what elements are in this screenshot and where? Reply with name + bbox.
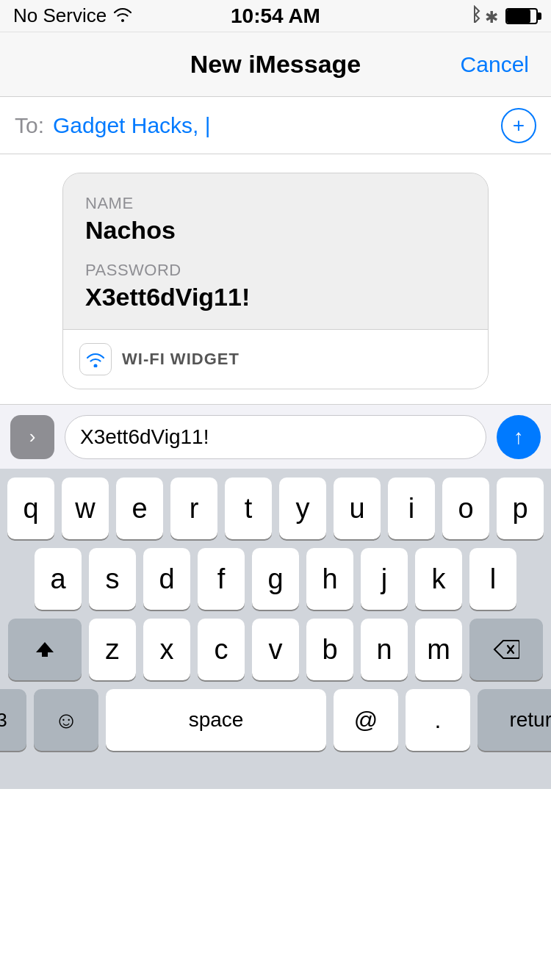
keyboard-row-2: a s d f g h j k l	[0, 548, 551, 610]
key-h[interactable]: h	[306, 548, 353, 610]
message-input[interactable]: X3ett6dVig11!	[65, 415, 486, 459]
name-field-label: NAME	[85, 194, 466, 213]
key-l[interactable]: l	[469, 548, 516, 610]
key-g[interactable]: g	[252, 548, 299, 610]
widget-content: NAME Nachos PASSWORD X3ett6dVig11!	[63, 173, 488, 329]
shift-key[interactable]	[8, 619, 82, 680]
keyboard-row-3: z x c v b n m	[0, 619, 551, 680]
status-left: No Service	[13, 4, 133, 27]
nav-bar: New iMessage Cancel	[0, 32, 551, 97]
key-i[interactable]: i	[388, 478, 435, 539]
expand-button[interactable]: ›	[10, 415, 54, 459]
return-key[interactable]: return	[478, 689, 551, 751]
plus-icon: +	[513, 114, 525, 137]
svg-point-0	[94, 364, 98, 368]
key-y[interactable]: y	[279, 478, 326, 539]
carrier-text: No Service	[13, 4, 107, 27]
status-time: 10:54 AM	[231, 4, 320, 28]
shift-icon	[33, 638, 57, 661]
backspace-key[interactable]	[469, 619, 543, 680]
emoji-key[interactable]: ☺	[34, 689, 98, 751]
status-bar: No Service 10:54 AM ✱	[0, 0, 551, 32]
wifi-footer-icon	[85, 351, 106, 367]
nav-title: New iMessage	[190, 50, 361, 79]
wifi-widget-card: NAME Nachos PASSWORD X3ett6dVig11! WI-FI…	[62, 173, 489, 389]
key-j[interactable]: j	[361, 548, 408, 610]
space-key[interactable]: space	[106, 689, 326, 751]
send-button[interactable]: ↑	[497, 415, 541, 459]
keyboard-row-1: q w e r t y u i o p	[0, 478, 551, 539]
chevron-right-icon: ›	[29, 425, 36, 448]
emoji-icon: ☺	[54, 707, 79, 734]
status-right: ✱	[469, 5, 538, 27]
dot-key[interactable]: .	[406, 689, 470, 751]
message-area: NAME Nachos PASSWORD X3ett6dVig11! WI-FI…	[0, 154, 551, 404]
numbers-key[interactable]: 123	[0, 689, 26, 751]
key-k[interactable]: k	[415, 548, 462, 610]
to-field[interactable]: To: Gadget Hacks, | +	[0, 97, 551, 154]
input-bar: › X3ett6dVig11! ↑	[0, 404, 551, 469]
key-x[interactable]: x	[143, 619, 190, 680]
keyboard-row-bottom: 123 ☺ space @ . return	[0, 689, 551, 751]
key-v[interactable]: v	[252, 619, 299, 680]
key-p[interactable]: p	[497, 478, 544, 539]
password-field-label: PASSWORD	[85, 261, 466, 280]
to-label: To:	[15, 113, 44, 138]
send-arrow-icon: ↑	[514, 425, 524, 449]
key-r[interactable]: r	[170, 478, 217, 539]
key-t[interactable]: t	[225, 478, 272, 539]
keyboard: q w e r t y u i o p a s d f g h j k l z …	[0, 469, 551, 789]
key-z[interactable]: z	[89, 619, 136, 680]
bluetooth-icon: ✱	[469, 5, 498, 27]
key-o[interactable]: o	[442, 478, 489, 539]
key-w[interactable]: w	[62, 478, 109, 539]
to-recipients[interactable]: Gadget Hacks, |	[53, 113, 501, 138]
key-n[interactable]: n	[361, 619, 408, 680]
add-recipient-button[interactable]: +	[501, 108, 536, 143]
key-m[interactable]: m	[415, 619, 462, 680]
key-f[interactable]: f	[198, 548, 245, 610]
battery-icon	[505, 8, 538, 24]
wifi-widget-label: WI-FI WIDGET	[122, 350, 240, 369]
text-cursor: |	[205, 113, 211, 137]
key-c[interactable]: c	[198, 619, 245, 680]
key-b[interactable]: b	[306, 619, 353, 680]
key-s[interactable]: s	[89, 548, 136, 610]
backspace-icon	[493, 639, 519, 660]
wifi-icon	[112, 6, 133, 26]
key-e[interactable]: e	[116, 478, 163, 539]
password-field-value: X3ett6dVig11!	[85, 283, 466, 311]
key-a[interactable]: a	[35, 548, 82, 610]
recipient-text: Gadget Hacks,	[53, 113, 198, 137]
key-d[interactable]: d	[143, 548, 190, 610]
cancel-button[interactable]: Cancel	[461, 52, 529, 77]
key-u[interactable]: u	[334, 478, 381, 539]
wifi-widget-icon-container	[79, 343, 112, 375]
name-field-value: Nachos	[85, 216, 466, 245]
key-q[interactable]: q	[7, 478, 54, 539]
message-input-text: X3ett6dVig11!	[80, 425, 209, 449]
at-key[interactable]: @	[334, 689, 398, 751]
widget-footer: WI-FI WIDGET	[63, 329, 488, 389]
